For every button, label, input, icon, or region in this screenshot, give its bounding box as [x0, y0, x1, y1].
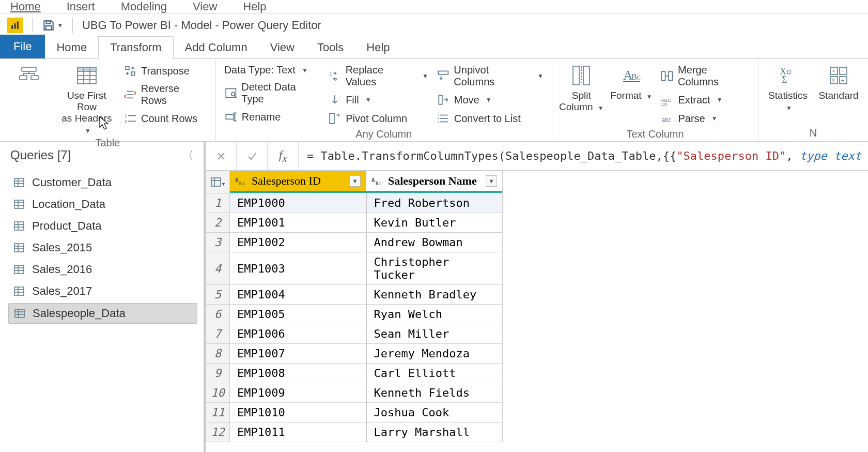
tab-help[interactable]: Help — [355, 37, 401, 58]
app-menu-home[interactable]: Home — [10, 0, 41, 13]
group-by-button[interactable] — [6, 62, 52, 90]
row-number: 5 — [206, 285, 230, 305]
row-number: 9 — [206, 364, 230, 383]
app-menu-modeling[interactable]: Modeling — [121, 0, 167, 13]
use-first-row-headers-button[interactable]: Use First Rowas Headers ▼ — [56, 62, 117, 135]
table-row[interactable]: 12EMP1011Larry Marshall — [206, 423, 503, 442]
parse-icon: abc — [660, 112, 674, 125]
app-menu-help[interactable]: Help — [243, 0, 266, 13]
query-item[interactable]: Customer_Data — [8, 173, 197, 192]
cell[interactable]: EMP1010 — [230, 403, 366, 423]
parse-button[interactable]: abcParse▼ — [658, 111, 752, 126]
reverse-rows-button[interactable]: Reverse Rows — [121, 82, 209, 108]
move-button[interactable]: Move▼ — [435, 92, 546, 108]
transpose-button[interactable]: Transpose — [121, 63, 209, 79]
cell[interactable]: EMP1005 — [230, 305, 366, 324]
cell[interactable]: Larry Marshall — [366, 423, 503, 442]
table-row[interactable]: 4EMP1003Christopher Tucker — [206, 252, 503, 285]
tab-add-column[interactable]: Add Column — [174, 37, 259, 58]
cell[interactable]: EMP1002 — [230, 233, 366, 252]
cell[interactable]: Sean Miller — [366, 324, 503, 344]
fill-button[interactable]: Fill▼ — [326, 92, 430, 108]
cell[interactable]: EMP1001 — [230, 213, 366, 233]
table-row[interactable]: 1EMP1000Fred Robertson — [206, 193, 503, 213]
column-filter-button[interactable]: ▼ — [486, 175, 497, 187]
cell[interactable]: Christopher Tucker — [366, 252, 503, 285]
query-item[interactable]: Sales_2017 — [8, 281, 197, 301]
cell[interactable]: EMP1007 — [230, 344, 366, 364]
statistics-button[interactable]: XσΣ Statistics ▼ — [765, 62, 811, 113]
rename-button[interactable]: Rename — [222, 109, 322, 125]
formula-bar: fx = Table.TransformColumnTypes(Salespeo… — [206, 142, 868, 171]
formula-cancel-button[interactable] — [206, 142, 237, 170]
cell[interactable]: Carl Elliott — [366, 364, 503, 383]
collapse-panel-button[interactable]: 〈 — [183, 148, 193, 162]
svg-rect-87 — [211, 178, 221, 186]
cell[interactable]: EMP1008 — [230, 364, 366, 383]
row-number: 10 — [206, 383, 230, 403]
app-menu-insert[interactable]: Insert — [67, 0, 95, 13]
tab-tools[interactable]: Tools — [306, 37, 355, 58]
table-row[interactable]: 8EMP1007Jeremy Mendoza — [206, 344, 503, 364]
cell[interactable]: Kenneth Bradley — [366, 285, 503, 305]
cell[interactable]: Andrew Bowman — [366, 233, 503, 252]
svg-text:1: 1 — [125, 113, 127, 118]
table-menu-button[interactable]: ▼ — [206, 171, 230, 193]
column-header-salesperson-name[interactable]: ABC Salesperson Name ▼ — [366, 171, 502, 193]
query-item[interactable]: Location_Data — [8, 194, 197, 214]
chevron-down-icon: ▼ — [365, 96, 371, 103]
query-item[interactable]: Product_Data — [8, 216, 197, 236]
table-row[interactable]: 9EMP1008Carl Elliott — [206, 364, 503, 383]
pivot-column-button[interactable]: Pivot Column — [326, 111, 430, 126]
svg-rect-29 — [438, 71, 448, 74]
merge-columns-button[interactable]: Merge Columns — [658, 63, 752, 89]
tab-transform[interactable]: Transform — [98, 36, 173, 59]
text-type-icon: ABC — [371, 176, 384, 186]
table-headers-icon — [75, 64, 98, 87]
formula-fx-button[interactable]: fx — [268, 142, 299, 170]
split-column-button[interactable]: SplitColumn ▼ — [559, 62, 605, 113]
count-rows-button[interactable]: 12Count Rows — [121, 111, 209, 126]
cell[interactable]: Joshua Cook — [366, 403, 503, 423]
table-row[interactable]: 7EMP1006Sean Miller — [206, 324, 503, 344]
unpivot-columns-button[interactable]: Unpivot Columns▼ — [435, 63, 546, 89]
convert-to-list-button[interactable]: Convert to List — [435, 111, 546, 126]
column-filter-button[interactable]: ▼ — [349, 175, 361, 187]
cell[interactable]: EMP1000 — [230, 193, 366, 213]
standard-button[interactable]: +−×÷ Standard — [815, 62, 862, 101]
format-button[interactable]: ABC Format ▼ — [609, 62, 655, 101]
formula-input[interactable]: = Table.TransformColumnTypes(Salespeople… — [299, 149, 868, 162]
table-icon — [14, 308, 25, 319]
row-number: 8 — [206, 344, 230, 364]
save-button[interactable]: ▼ — [42, 19, 63, 32]
extract-button[interactable]: ABC123Extract▼ — [658, 92, 752, 108]
table-row[interactable]: 6EMP1005Ryan Welch — [206, 305, 503, 324]
table-row[interactable]: 5EMP1004Kenneth Bradley — [206, 285, 503, 305]
cell[interactable]: Kevin Butler — [366, 213, 503, 233]
cell[interactable]: EMP1004 — [230, 285, 366, 305]
cell[interactable]: Fred Robertson — [366, 193, 503, 213]
cell[interactable]: Jeremy Mendoza — [366, 344, 503, 364]
query-item[interactable]: Sales_2016 — [8, 260, 197, 279]
cell[interactable]: EMP1011 — [230, 423, 366, 442]
table-row[interactable]: 10EMP1009Kenneth Fields — [206, 383, 503, 403]
data-type-dropdown[interactable]: Data Type: Text▼ — [222, 63, 322, 77]
detect-data-type-button[interactable]: Detect Data Type — [222, 80, 322, 106]
cell[interactable]: Ryan Welch — [366, 305, 503, 324]
query-item[interactable]: Sales_2015 — [8, 238, 197, 258]
cell[interactable]: EMP1006 — [230, 324, 366, 344]
column-header-salesperson-id[interactable]: ABC Salesperson ID ▼ — [230, 171, 366, 193]
app-menu-view[interactable]: View — [193, 0, 217, 13]
cell[interactable]: EMP1003 — [230, 252, 366, 285]
tab-view[interactable]: View — [259, 37, 306, 58]
table-row[interactable]: 11EMP1010Joshua Cook — [206, 403, 503, 423]
query-item[interactable]: Salespeople_Data — [8, 303, 197, 324]
table-row[interactable]: 2EMP1001Kevin Butler — [206, 213, 503, 233]
cell[interactable]: Kenneth Fields — [366, 383, 503, 403]
table-row[interactable]: 3EMP1002Andrew Bowman — [206, 233, 503, 252]
formula-commit-button[interactable] — [237, 142, 268, 170]
cell[interactable]: EMP1009 — [230, 383, 366, 403]
tab-file[interactable]: File — [0, 35, 45, 58]
tab-home[interactable]: Home — [45, 37, 98, 58]
replace-values-button[interactable]: 12Replace Values▼ — [326, 63, 430, 89]
